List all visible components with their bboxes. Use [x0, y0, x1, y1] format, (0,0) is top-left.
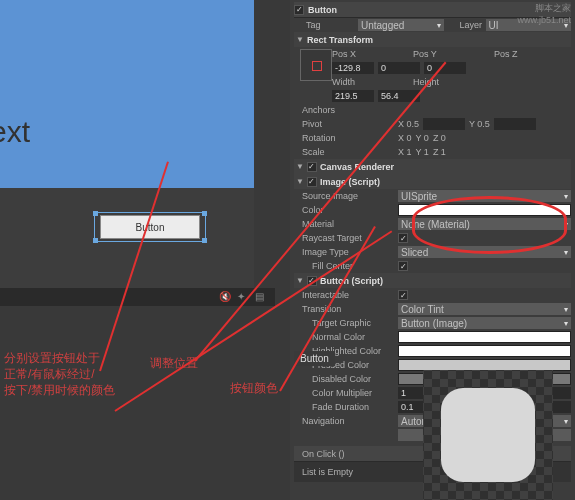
annotation-button-color: 按钮颜色: [230, 380, 278, 396]
normal-color-field[interactable]: [398, 331, 571, 343]
onclick-empty: List is Empty: [294, 467, 394, 477]
ui-button[interactable]: Button: [100, 215, 200, 239]
preview-shape: [441, 388, 535, 482]
scene-panel: Text Button 🔇 ✦ ▤ 分别设置按钮处于 正常/有鼠标经过/ 按下/…: [0, 0, 290, 500]
onclick-header: On Click (): [294, 449, 394, 459]
canvas-renderer-header[interactable]: ▼✓ Canvas Renderer: [294, 159, 571, 174]
rect-transform-header[interactable]: ▼ Rect Transform: [294, 32, 571, 47]
tag-label: Tag: [294, 20, 354, 30]
fill-center-checkbox[interactable]: ✓: [398, 261, 408, 271]
image-color-field[interactable]: [398, 204, 571, 216]
scene-toolbar: 🔇 ✦ ▤: [0, 288, 275, 306]
watermark: 脚本之家 www.jb51.net: [517, 2, 571, 25]
object-name[interactable]: Button: [308, 5, 337, 15]
layer-label: Layer: [448, 20, 482, 30]
height-field[interactable]: [378, 90, 420, 102]
image-script-header[interactable]: ▼✓ Image (Script): [294, 174, 571, 189]
raycast-checkbox[interactable]: ✓: [398, 233, 408, 243]
highlighted-color-field[interactable]: [398, 345, 571, 357]
preview-label: Button: [294, 351, 335, 366]
posz-field[interactable]: [424, 62, 466, 74]
transition-dropdown[interactable]: Color Tint: [398, 303, 571, 315]
posx-field[interactable]: [332, 62, 374, 74]
annotation-colors: 分别设置按钮处于 正常/有鼠标经过/ 按下/禁用时候的颜色: [4, 350, 115, 398]
fx-icon[interactable]: ✦: [237, 291, 249, 303]
text-element[interactable]: Text: [0, 115, 30, 149]
pivot-x[interactable]: [423, 118, 465, 130]
tag-dropdown[interactable]: Untagged: [358, 19, 444, 31]
target-graphic-field[interactable]: Button (Image): [398, 317, 571, 329]
posy-field[interactable]: [378, 62, 420, 74]
source-image-field[interactable]: UISprite: [398, 190, 571, 202]
collapse-icon: ▼: [296, 35, 304, 44]
preview-panel: [423, 370, 553, 500]
scene-view[interactable]: Text Button: [0, 0, 254, 290]
image-type-dropdown[interactable]: Sliced: [398, 246, 571, 258]
anchors-label[interactable]: Anchors: [294, 105, 394, 115]
width-field[interactable]: [332, 90, 374, 102]
button-script-header[interactable]: ▼✓ Button (Script): [294, 273, 571, 288]
material-field[interactable]: None (Material): [398, 218, 571, 230]
anchor-preset[interactable]: [300, 49, 332, 81]
gizmo-icon[interactable]: ▤: [255, 291, 267, 303]
pivot-y[interactable]: [494, 118, 536, 130]
audio-icon[interactable]: 🔇: [219, 291, 231, 303]
enabled-checkbox[interactable]: ✓: [294, 5, 304, 15]
interactable-checkbox[interactable]: ✓: [398, 290, 408, 300]
annotation-position: 调整位置: [150, 355, 198, 371]
